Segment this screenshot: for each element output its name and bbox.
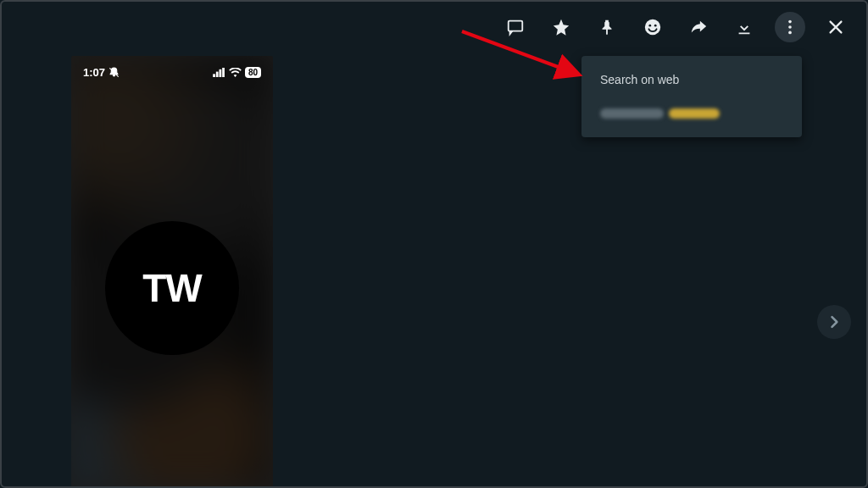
bell-mute-icon (108, 67, 120, 78)
signal-icon (213, 68, 225, 77)
battery-indicator: 80 (245, 67, 261, 78)
dropdown-item-blurred[interactable] (581, 97, 802, 130)
svg-point-7 (654, 25, 657, 27)
pin-button[interactable] (592, 12, 622, 42)
media-viewer-toolbar (500, 12, 851, 42)
svg-rect-3 (222, 68, 225, 77)
pin-icon (598, 18, 616, 36)
chat-button[interactable] (500, 12, 531, 42)
forward-icon (689, 18, 708, 36)
emoji-button[interactable] (637, 12, 668, 42)
download-button[interactable] (729, 12, 760, 42)
svg-point-5 (645, 19, 660, 35)
svg-rect-4 (509, 21, 523, 31)
svg-point-8 (788, 20, 792, 24)
close-button[interactable] (821, 12, 851, 42)
tw-logo-circle: TW (105, 221, 239, 355)
battery-level: 80 (248, 68, 258, 77)
statusbar-time: 1:07 (83, 66, 105, 79)
dropdown-item-label: Search on web (600, 73, 679, 86)
media-preview-phone: 1:07 80 TW (71, 56, 273, 488)
dropdown-item-search-web[interactable]: Search on web (581, 63, 802, 97)
more-vertical-icon (781, 18, 799, 36)
statusbar-indicators: 80 (213, 67, 261, 78)
emoji-icon (643, 18, 662, 36)
statusbar-time-area: 1:07 (83, 66, 120, 79)
more-button[interactable] (775, 12, 805, 42)
more-dropdown-menu: Search on web (581, 56, 802, 137)
next-media-button[interactable] (817, 305, 851, 339)
svg-point-10 (788, 31, 792, 35)
forward-button[interactable] (683, 12, 714, 42)
blurred-text-segment (600, 108, 664, 119)
tw-logo-text: TW (142, 265, 202, 311)
star-icon (552, 18, 570, 36)
svg-point-6 (648, 25, 651, 27)
close-icon (826, 18, 845, 36)
svg-point-9 (788, 25, 792, 29)
star-button[interactable] (546, 12, 576, 42)
svg-rect-0 (213, 74, 215, 77)
chevron-right-icon (826, 313, 843, 330)
svg-rect-2 (219, 69, 221, 77)
svg-rect-1 (216, 72, 219, 77)
blurred-text-segment (669, 108, 720, 119)
download-icon (735, 18, 754, 36)
wifi-icon (229, 68, 242, 77)
phone-statusbar: 1:07 80 (71, 66, 273, 79)
chat-icon (506, 18, 525, 36)
